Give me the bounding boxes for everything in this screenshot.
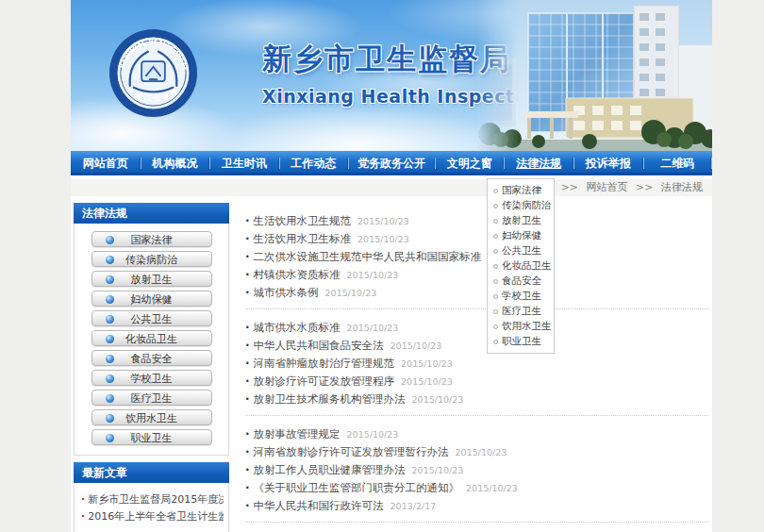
circle-bullet-icon: [493, 204, 498, 208]
article-link[interactable]: 二次供水设施卫生规范中华人民共和国国家标准: [254, 250, 482, 263]
article-link[interactable]: 放射工作人员职业健康管理办法: [254, 463, 406, 476]
orb-bullet-icon: [106, 355, 114, 363]
sidebar-item-radiation-hygiene[interactable]: 放射卫生: [91, 271, 212, 287]
article-link[interactable]: 放射诊疗许可证发放管理程序: [254, 374, 395, 388]
breadcrumb-home-link[interactable]: 网站首页: [587, 181, 628, 193]
article-link[interactable]: 河南省放射诊疗许可证发放管理暂行办法: [254, 445, 449, 458]
article-row: 放射诊疗许可证发放管理程序2015/10/23: [245, 372, 708, 390]
article-link[interactable]: 放射事故管理规定: [254, 427, 340, 441]
dropdown-item-school-hygiene[interactable]: 学校卫生: [488, 289, 554, 304]
article-link[interactable]: 中华人民共和国行政许可法: [254, 499, 384, 512]
dropdown-item-label: 学校卫生: [502, 290, 541, 303]
circle-bullet-icon: [493, 324, 498, 329]
dropdown-item-label: 妇幼保健: [502, 229, 541, 242]
article-link[interactable]: 河南省肿瘤放射治疗管理规范: [254, 357, 395, 370]
circle-bullet-icon: [493, 294, 498, 299]
sidebar-item-label: 传染病防治: [125, 254, 177, 266]
latest-article-link[interactable]: 新乡市卫生监督局2015年度决...: [81, 491, 224, 508]
nav-item-about[interactable]: 机构概况: [141, 151, 210, 173]
dropdown-item-label: 国家法律: [502, 184, 541, 197]
nav-item-work-news[interactable]: 工作动态: [279, 151, 349, 173]
dropdown-item-occupational-hygiene[interactable]: 职业卫生: [488, 334, 554, 349]
dropdown-item-label: 化妆品卫生: [502, 259, 552, 273]
sidebar-item-medical-hygiene[interactable]: 医疗卫生: [91, 390, 212, 406]
nav-item-party-affairs[interactable]: 党务政务公开: [348, 151, 435, 173]
article-link[interactable]: 生活饮用水卫生标准: [254, 232, 352, 245]
sidebar-item-cosmetics-hygiene[interactable]: 化妆品卫生: [91, 330, 212, 346]
orb-bullet-icon: [106, 236, 114, 244]
orb-bullet-icon: [106, 295, 114, 304]
dropdown-item-drinking-water[interactable]: 饮用水卫生: [488, 319, 554, 334]
dropdown-item-cosmetics-hygiene[interactable]: 化妆品卫生: [488, 258, 554, 274]
nav-item-laws[interactable]: 法律法规: [504, 151, 573, 173]
article-date: 2015/10/23: [401, 358, 453, 369]
article-date: 2015/10/23: [357, 216, 409, 226]
dropdown-item-radiation-hygiene[interactable]: 放射卫生: [488, 213, 554, 228]
sidebar-item-label: 学校卫生: [131, 373, 173, 385]
latest-article-link[interactable]: 2016年上半年全省卫生计生监...: [81, 508, 224, 525]
dropdown-item-national-law[interactable]: 国家法律: [488, 183, 554, 198]
latest-articles-list: 新乡市卫生监督局2015年度决... 2016年上半年全省卫生计生监...: [74, 483, 229, 532]
nav-item-civilization[interactable]: 文明之窗: [435, 151, 505, 173]
orb-bullet-icon: [106, 414, 114, 423]
nav-item-health-news[interactable]: 卫生时讯: [209, 151, 279, 173]
article-link[interactable]: 生活饮用水卫生规范: [254, 214, 352, 227]
article-row: 城市供水水质标准2015/10/23: [245, 318, 708, 336]
sidebar-item-maternal-child[interactable]: 妇幼保健: [91, 291, 212, 307]
sidebar-item-label: 化妆品卫生: [125, 333, 177, 345]
circle-bullet-icon: [493, 264, 498, 269]
article-list: 生活饮用水卫生规范2015/10/23 生活饮用水卫生标准2015/10/23 …: [229, 203, 712, 532]
article-link[interactable]: 村镇供水资质标准: [254, 268, 340, 281]
orb-bullet-icon: [106, 335, 114, 343]
orb-bullet-icon: [106, 315, 114, 324]
building-photo: [476, 0, 712, 151]
dropdown-item-public-hygiene[interactable]: 公共卫生: [488, 243, 554, 258]
article-row: 中华人民共和国行政许可法2013/2/17: [245, 496, 708, 514]
sidebar-item-drinking-water[interactable]: 饮用水卫生: [91, 409, 212, 425]
dropdown-item-label: 饮用水卫生: [502, 320, 552, 333]
breadcrumb-current-link[interactable]: 法律法规: [661, 181, 703, 193]
article-link[interactable]: 中华人民共和国食品安全法: [254, 339, 384, 352]
article-link[interactable]: 放射卫生技术服务机构管理办法: [254, 392, 406, 406]
sidebar-item-school-hygiene[interactable]: 学校卫生: [91, 370, 212, 386]
article-link[interactable]: 城市供水水质标准: [254, 321, 340, 334]
dropdown-item-infectious-disease[interactable]: 传染病防治: [488, 198, 554, 213]
nav-item-home[interactable]: 网站首页: [71, 151, 141, 173]
article-link[interactable]: 《关于职业卫生监管部门职责分工的通知》: [254, 481, 460, 494]
sidebar-item-national-law[interactable]: 国家法律: [91, 231, 212, 247]
dropdown-item-food-safety[interactable]: 食品安全: [488, 274, 554, 289]
latest-articles-title: 最新文章: [74, 462, 229, 483]
circle-bullet-icon: [493, 340, 498, 344]
circle-bullet-icon: [493, 279, 498, 284]
article-date: 2015/10/23: [390, 341, 442, 351]
page: CHINA NATIONAL HEALTH INSPECTION 中国卫生监督 …: [71, 0, 712, 532]
article-date: 2015/10/23: [347, 429, 399, 440]
article-date: 2015/10/23: [466, 483, 518, 493]
orb-bullet-icon: [106, 275, 114, 284]
group-separator: [245, 522, 708, 523]
dropdown-item-label: 职业卫生: [502, 335, 541, 348]
sidebar-item-infectious-disease[interactable]: 传染病防治: [91, 251, 212, 267]
article-date: 2013/2/17: [390, 501, 437, 511]
sidebar-menu: 国家法律 传染病防治 放射卫生 妇幼保健 公共卫生 化妆品卫生 食品安全 学校卫…: [74, 224, 229, 456]
nav-item-complaints[interactable]: 投诉举报: [573, 151, 643, 173]
article-row: 村镇供水资质标准2015/10/23: [245, 265, 708, 283]
nav-item-qrcode[interactable]: 二维码: [643, 151, 713, 173]
article-row: 河南省肿瘤放射治疗管理规范2015/10/23: [245, 354, 708, 372]
sidebar-item-label: 饮用水卫生: [125, 412, 177, 424]
sidebar-item-food-safety[interactable]: 食品安全: [91, 350, 212, 366]
circle-bullet-icon: [493, 234, 498, 239]
orb-bullet-icon: [106, 394, 114, 403]
article-date: 2015/10/23: [401, 376, 453, 387]
sidebar-item-public-hygiene[interactable]: 公共卫生: [91, 310, 212, 326]
content-layout: 法律法规 国家法律 传染病防治 放射卫生 妇幼保健 公共卫生 化妆品卫生 食品安…: [71, 196, 712, 532]
article-row: 生活饮用水卫生规范2015/10/23: [245, 211, 708, 229]
circle-bullet-icon: [493, 219, 498, 224]
sidebar-item-occupational-hygiene[interactable]: 职业卫生: [91, 429, 212, 445]
article-row: 放射卫生技术服务机构管理办法2015/10/23: [245, 390, 708, 407]
article-link[interactable]: 城市供水条例: [254, 286, 319, 299]
dropdown-item-medical-hygiene[interactable]: 医疗卫生: [488, 304, 554, 319]
group-separator: [245, 308, 708, 309]
site-logo-seal-icon: CHINA NATIONAL HEALTH INSPECTION 中国卫生监督: [108, 28, 198, 118]
dropdown-item-maternal-child[interactable]: 妇幼保健: [488, 228, 554, 243]
